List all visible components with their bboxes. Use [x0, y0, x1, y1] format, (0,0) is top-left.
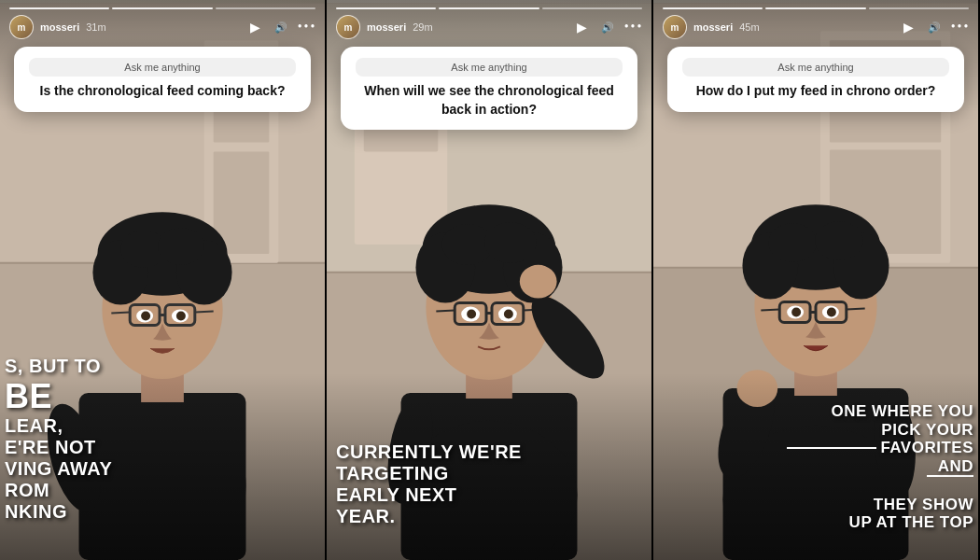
play-icon-3[interactable]: ▶ — [900, 19, 917, 35]
story-panel-2: m mosseri 29m ▶ 🔊 ••• Ask me anything Wh… — [327, 0, 653, 560]
svg-line-19 — [195, 312, 214, 313]
username-3: mosseri — [693, 21, 733, 33]
top-bar-3: m mosseri 45m ▶ 🔊 ••• — [653, 0, 978, 45]
username-2: mosseri — [367, 21, 406, 33]
segment-1 — [9, 7, 109, 9]
story-panel-3: m mosseri 45m ▶ 🔊 ••• Ask me anything Ho… — [653, 0, 980, 560]
user-info-1: m mosseri 31m ▶ 🔊 ••• — [9, 15, 315, 39]
question-card-3: Ask me anything How do I put my feed in … — [667, 47, 964, 112]
svg-point-14 — [158, 228, 204, 265]
seg-3-1 — [663, 7, 763, 9]
volume-icon-1[interactable]: 🔊 — [273, 19, 289, 35]
time-1: 31m — [86, 21, 105, 33]
segment-2 — [112, 7, 212, 9]
segments-1 — [9, 7, 315, 9]
volume-icon-2[interactable]: 🔊 — [599, 19, 616, 35]
time-2: 29m — [413, 21, 432, 33]
avatar-1[interactable]: m — [9, 15, 34, 39]
svg-point-74 — [827, 308, 836, 317]
top-icons-2: ▶ 🔊 ••• — [573, 19, 642, 35]
user-info-2: m mosseri 29m ▶ 🔊 ••• — [327, 9, 651, 45]
play-icon-2[interactable]: ▶ — [573, 19, 590, 35]
caption-2: CURRENTLY WE'RE TARGETING EARLY NEXT YEA… — [336, 441, 640, 527]
question-card-1: Ask me anything Is the chronological fee… — [14, 47, 311, 112]
svg-point-46 — [467, 310, 476, 319]
svg-point-49 — [520, 265, 557, 299]
play-icon-1[interactable]: ▶ — [246, 19, 263, 35]
time-3: 45m — [739, 21, 759, 33]
caption-text-3: ONE WHERE YOU PICK YOUR FAVORITES AND TH… — [787, 402, 973, 532]
svg-point-47 — [504, 310, 513, 319]
svg-line-18 — [111, 313, 130, 314]
more-icon-3[interactable]: ••• — [952, 19, 969, 35]
avatar-3[interactable]: m — [663, 15, 687, 39]
ask-label-2: Ask me anything — [356, 58, 623, 77]
question-text-1: Is the chronological feed coming back? — [29, 82, 296, 101]
question-text-3: How do I put my feed in chrono order? — [682, 82, 949, 101]
story-panel-1: m mosseri 31m ▶ 🔊 ••• Ask me anything Is… — [0, 0, 327, 560]
svg-point-64 — [768, 223, 817, 262]
top-bar-2: m mosseri 29m ▶ 🔊 ••• — [327, 0, 651, 45]
top-icons-1: ▶ 🔊 ••• — [246, 19, 315, 35]
caption-text-2: CURRENTLY WE'RE TARGETING EARLY NEXT YEA… — [336, 441, 640, 527]
question-text-2: When will we see the chronological feed … — [356, 82, 623, 119]
svg-line-70 — [847, 309, 865, 310]
user-info-3: m mosseri 45m ▶ 🔊 ••• — [653, 9, 978, 45]
svg-point-38 — [484, 222, 537, 263]
svg-line-69 — [761, 310, 779, 311]
svg-point-73 — [791, 308, 801, 317]
svg-point-23 — [176, 312, 186, 321]
svg-line-42 — [436, 311, 455, 312]
svg-point-65 — [815, 221, 863, 260]
caption-text-1: S, BUT TO BE LEAR, E'RE NOT VING AWAY RO… — [5, 356, 314, 523]
seg-2-1 — [336, 7, 436, 9]
segments-3 — [653, 0, 978, 9]
seg-3-2 — [765, 7, 865, 9]
volume-icon-3[interactable]: 🔊 — [926, 19, 943, 35]
ask-label-1: Ask me anything — [29, 58, 296, 77]
avatar-2[interactable]: m — [336, 15, 360, 39]
ask-label-3: Ask me anything — [682, 58, 949, 77]
seg-3-3 — [869, 7, 969, 9]
seg-2-3 — [542, 7, 642, 9]
caption-3: ONE WHERE YOU PICK YOUR FAVORITES AND TH… — [787, 402, 973, 532]
segment-3 — [216, 7, 315, 9]
more-icon-1[interactable]: ••• — [299, 19, 315, 35]
top-icons-3: ▶ 🔊 ••• — [900, 19, 969, 35]
question-card-2: Ask me anything When will we see the chr… — [341, 47, 637, 130]
svg-point-22 — [141, 312, 150, 321]
segments-2 — [327, 0, 651, 9]
more-icon-2[interactable]: ••• — [625, 19, 642, 35]
caption-1: S, BUT TO BE LEAR, E'RE NOT VING AWAY RO… — [5, 356, 314, 523]
username-1: mosseri — [40, 21, 79, 33]
seg-2-2 — [439, 7, 539, 9]
